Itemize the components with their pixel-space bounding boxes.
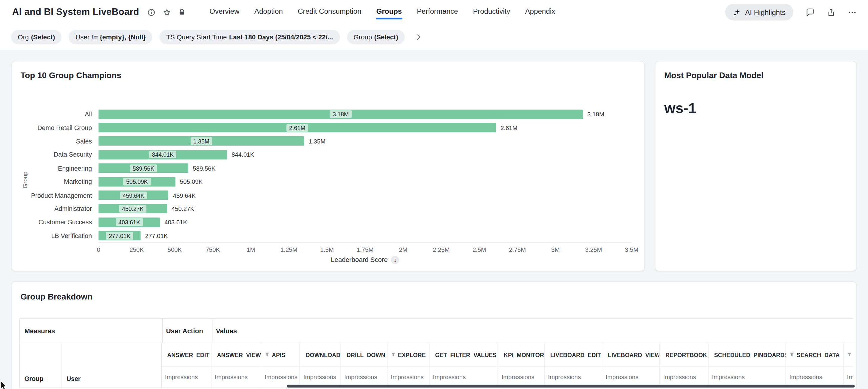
comment-icon[interactable] — [805, 7, 815, 17]
more-menu-icon[interactable] — [847, 7, 857, 17]
bar[interactable]: 403.61K — [98, 217, 160, 227]
bar-track: 459.64K459.64K — [98, 190, 631, 200]
top-actions — [805, 7, 857, 17]
bar[interactable]: 450.27K — [98, 204, 167, 214]
column-header-label: ANSWER_VIEW — [217, 351, 261, 358]
column-header[interactable]: REPORTBOOK — [660, 343, 708, 367]
filter-chip-user[interactable]: User!= {empty}, {Null} — [69, 30, 152, 44]
top-bar: AI and BI System LiveBoard OverviewAdopt… — [0, 0, 868, 25]
bar[interactable]: 589.56K — [98, 163, 188, 173]
column-spo: SPOImpressions — [843, 343, 853, 388]
column-kpi-monitor: KPI_MONITORImpressions — [498, 343, 545, 388]
column-drill-down: DRILL_DOWNImpressions — [341, 343, 388, 388]
tab-credit-consumption[interactable]: Credit Consumption — [297, 5, 362, 19]
breakdown-table: Measures User Action Values Group User A… — [20, 318, 853, 388]
liveboard-page: AI and BI System LiveBoard OverviewAdopt… — [0, 0, 868, 389]
column-header[interactable]: APIS — [261, 343, 300, 367]
bar[interactable]: 844.01K — [98, 150, 227, 159]
table-column-headers-row: Group User ANSWER_EDITImpressionsANSWER_… — [20, 343, 853, 388]
row-headers-block: Group User — [20, 343, 162, 388]
column-answer-edit: ANSWER_EDITImpressions — [162, 343, 212, 388]
column-scheduled-pinboards: SCHEDULED_PINBOARDSImpressions — [709, 343, 786, 388]
column-measure-label: Impressions — [545, 367, 601, 388]
column-header[interactable]: SCHEDULED_PINBOARDS — [709, 343, 786, 367]
category-label: Marketing — [21, 178, 99, 185]
bar-track: 844.01K844.01K — [98, 150, 631, 159]
column-header[interactable]: DOWNLOAD — [300, 343, 340, 367]
category-label: Demo Retail Group — [21, 124, 99, 131]
filter-chip-name: TS Query Start Time — [166, 33, 227, 41]
column-header-label: SEARCH_DATA — [797, 351, 840, 358]
column-header-label: DRILL_DOWN — [347, 351, 385, 358]
column-header[interactable]: EXPLORE — [388, 343, 429, 367]
column-header[interactable]: LIVEBOARD_VIEW — [602, 343, 659, 367]
sort-descending-icon[interactable]: ↓ — [391, 256, 399, 264]
column-measure-label: Impressions — [660, 367, 708, 388]
bar[interactable]: 277.01K — [98, 231, 141, 240]
column-header[interactable]: ANSWER_EDIT — [162, 343, 211, 367]
column-header[interactable]: ANSWER_VIEW — [212, 343, 261, 367]
bar-value-outside-label: 3.18M — [587, 111, 604, 118]
column-explore: EXPLOREImpressions — [388, 343, 430, 388]
page-title: AI and BI System LiveBoard — [12, 6, 139, 18]
category-label: Engineering — [21, 165, 99, 172]
breakdown-table-wrap[interactable]: Measures User Action Values Group User A… — [20, 318, 853, 388]
column-header[interactable]: GET_FILTER_VALUES — [430, 343, 498, 367]
x-axis-title-label: Leaderboard Score — [331, 256, 388, 264]
column-header[interactable]: KPI_MONITOR — [498, 343, 544, 367]
bar-value-label: 3.18M — [330, 110, 352, 118]
column-header[interactable]: LIVEBOARD_EDIT — [545, 343, 601, 367]
filter-chip-group[interactable]: Group(Select) — [347, 30, 405, 44]
x-tick-label: 0 — [97, 246, 100, 253]
group-column-header[interactable]: Group — [20, 343, 62, 388]
column-header[interactable]: SEARCH_DATA — [786, 343, 843, 367]
column-measure-label: Impressions — [212, 367, 261, 388]
x-tick-label: 250K — [129, 246, 144, 253]
star-icon[interactable] — [163, 8, 171, 17]
column-header-label: KPI_MONITOR — [504, 351, 544, 358]
column-measure-label: Impressions — [388, 367, 429, 388]
filter-chip-value: Last 180 Days (25/04/2025 < 22/... — [229, 33, 333, 41]
x-axis-title: Leaderboard Score ↓ — [98, 256, 631, 264]
filters-overflow-chevron-icon[interactable] — [412, 30, 425, 44]
filter-chip-value: (Select) — [31, 33, 55, 41]
bar-track: 277.01K277.01K — [98, 231, 631, 240]
filter-chip-ts-query-start-time[interactable]: TS Query Start TimeLast 180 Days (25/04/… — [160, 30, 339, 44]
tab-overview[interactable]: Overview — [209, 5, 240, 19]
column-measure-label: Impressions — [602, 367, 659, 388]
tab-performance[interactable]: Performance — [416, 5, 459, 19]
bar[interactable]: 459.64K — [98, 190, 168, 200]
bar-value-label: 505.09K — [123, 178, 151, 185]
filter-chip-value: (Select) — [374, 33, 398, 41]
bar-row-lb-verification: LB Verification277.01K277.01K — [21, 229, 636, 242]
tab-adoption[interactable]: Adoption — [254, 5, 283, 19]
user-column-header[interactable]: User — [62, 343, 161, 388]
bar-track: 450.27K450.27K — [98, 204, 631, 214]
bar-row-product-management: Product Management459.64K459.64K — [21, 188, 636, 202]
filter-chip-name: User — [75, 33, 90, 41]
info-icon[interactable] — [147, 8, 156, 17]
ai-highlights-label: AI Highlights — [745, 8, 785, 17]
filter-chip-org[interactable]: Org(Select) — [11, 30, 62, 44]
bar[interactable]: 2.61M — [98, 123, 496, 132]
category-label: Administrator — [21, 205, 99, 212]
horizontal-scrollbar-thumb[interactable] — [287, 385, 855, 388]
ai-highlights-button[interactable]: AI Highlights — [725, 4, 793, 21]
filter-icon — [391, 352, 396, 357]
bar-value-label: 450.27K — [119, 205, 147, 213]
column-header[interactable]: SPO — [843, 343, 853, 367]
tab-groups[interactable]: Groups — [376, 5, 403, 19]
share-icon[interactable] — [827, 7, 836, 17]
category-label: All — [21, 111, 99, 118]
measure-columns: ANSWER_EDITImpressionsANSWER_VIEWImpress… — [162, 343, 853, 388]
tab-appendix[interactable]: Appendix — [525, 5, 556, 19]
bar-value-outside-label: 844.01K — [231, 151, 254, 158]
column-header[interactable]: DRILL_DOWN — [341, 343, 387, 367]
column-liveboard-view: LIVEBOARD_VIEWImpressions — [602, 343, 660, 388]
column-download: DOWNLOADImpressions — [300, 343, 341, 388]
tab-productivity[interactable]: Productivity — [472, 5, 511, 19]
bar[interactable]: 3.18M — [98, 110, 583, 119]
filter-icon — [847, 352, 852, 357]
bar[interactable]: 505.09K — [98, 177, 176, 186]
bar[interactable]: 1.35M — [98, 136, 304, 146]
